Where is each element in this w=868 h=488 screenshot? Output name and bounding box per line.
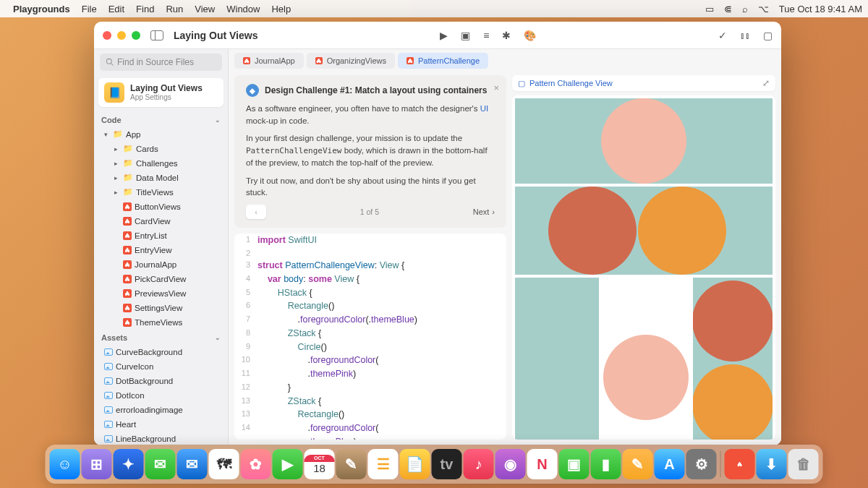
- dock-app[interactable]: 📄: [400, 449, 430, 479]
- dock-app[interactable]: ⬇: [757, 449, 787, 479]
- search-input[interactable]: Find in Source Files: [100, 53, 222, 71]
- dock-app[interactable]: ✎: [623, 449, 653, 479]
- preview-circle: [693, 281, 773, 361]
- star-icon[interactable]: ✱: [502, 30, 511, 41]
- window-titlebar: Laying Out Views ▶ ▣ ≡ ✱ 🎨 ✓ ⫾⫾ ▢: [94, 22, 781, 49]
- tree-swift-file[interactable]: EntryList: [97, 228, 225, 243]
- ui-link[interactable]: UI: [480, 104, 489, 113]
- dock-app[interactable]: ⚙: [686, 449, 717, 479]
- tree-swift-file[interactable]: EntryView: [97, 243, 225, 257]
- dock-app[interactable]: ▣: [559, 449, 590, 479]
- dock-app[interactable]: ⊞: [82, 449, 112, 479]
- dock-app[interactable]: ☺: [50, 449, 80, 479]
- dock-app[interactable]: ✉: [177, 449, 208, 479]
- tree-folder[interactable]: ▸📁Cards: [97, 142, 225, 156]
- library-icon[interactable]: ▢: [763, 30, 773, 41]
- dock-app[interactable]: [725, 449, 755, 479]
- dock-app[interactable]: ✎: [336, 449, 367, 479]
- expand-icon[interactable]: ⤢: [762, 78, 770, 88]
- tab-patternchallenge[interactable]: PatternChallenge: [398, 53, 488, 69]
- code-editor[interactable]: 1import SwiftUI23struct PatternChallenge…: [234, 234, 506, 440]
- challenge-card: × ◆ Design Challenge #1: Match a layout …: [234, 75, 506, 228]
- dock-app[interactable]: ▶: [273, 449, 303, 479]
- svg-line-1: [111, 64, 114, 66]
- preview-icon: ▢: [518, 79, 525, 88]
- dock-app[interactable]: ✉: [145, 449, 176, 479]
- next-button[interactable]: Next ›: [473, 207, 495, 216]
- page-indicator: 1 of 5: [360, 207, 379, 216]
- tree-asset[interactable]: Heart: [97, 417, 225, 432]
- close-button[interactable]: [103, 31, 111, 40]
- preview-shape: [602, 278, 690, 440]
- dock-app[interactable]: N: [527, 449, 558, 479]
- palette-icon[interactable]: 🎨: [524, 30, 536, 41]
- search-icon: [106, 58, 114, 66]
- code-section-header[interactable]: Code⌄: [94, 110, 228, 127]
- tree-folder[interactable]: ▸📁Data Model: [97, 171, 225, 185]
- checkmark-icon[interactable]: ✓: [718, 30, 727, 41]
- tree-folder[interactable]: ▸📁TitleViews: [97, 185, 225, 200]
- settings-lines-icon[interactable]: ≡: [483, 30, 489, 41]
- menu-run[interactable]: Run: [166, 4, 183, 14]
- menu-find[interactable]: Find: [136, 4, 154, 14]
- dock-app[interactable]: ◉: [495, 449, 526, 479]
- dock-app[interactable]: 🗺: [209, 449, 239, 479]
- tree-asset[interactable]: CurveIcon: [97, 359, 225, 374]
- project-selector[interactable]: 📘 Laying Out Views App Settings: [98, 78, 224, 107]
- dock-app[interactable]: tv: [432, 449, 462, 479]
- menu-window[interactable]: Window: [226, 4, 260, 14]
- control-center-icon[interactable]: ⌥: [758, 4, 769, 14]
- dock-app[interactable]: 🗑: [788, 449, 819, 479]
- tab-organizingviews[interactable]: OrganizingViews: [307, 53, 395, 69]
- swift-icon: [123, 304, 132, 312]
- project-icon: 📘: [104, 82, 124, 103]
- dock-app[interactable]: A: [655, 449, 685, 479]
- assets-section-header[interactable]: Assets⌄: [94, 328, 228, 345]
- stop-icon[interactable]: ▣: [461, 30, 470, 41]
- tab-journalapp[interactable]: JournalApp: [234, 53, 304, 69]
- svg-point-0: [106, 59, 111, 64]
- maximize-button[interactable]: [132, 31, 140, 40]
- tree-swift-file[interactable]: JournalApp: [97, 257, 225, 272]
- menu-edit[interactable]: Edit: [109, 4, 124, 14]
- tree-swift-file[interactable]: CardView: [97, 214, 225, 228]
- tree-asset[interactable]: DotIcon: [97, 388, 225, 403]
- dock-app[interactable]: ☰: [368, 449, 399, 479]
- tree-asset[interactable]: LineBackground: [97, 432, 225, 445]
- wifi-icon[interactable]: ⋐: [724, 4, 732, 14]
- menu-file[interactable]: File: [82, 4, 97, 14]
- image-icon: [104, 377, 113, 385]
- metrics-icon[interactable]: ⫾⫾: [740, 30, 750, 41]
- tree-asset[interactable]: errorloadingimage: [97, 403, 225, 417]
- spotlight-icon[interactable]: ⌕: [742, 4, 748, 14]
- tree-asset[interactable]: CurveBackground: [97, 345, 225, 359]
- menubar-clock[interactable]: Tue Oct 18 9:41 AM: [779, 4, 862, 14]
- dock-app[interactable]: ✦: [114, 449, 144, 479]
- menu-view[interactable]: View: [195, 4, 215, 14]
- close-icon[interactable]: ×: [493, 82, 499, 93]
- dock-app[interactable]: ✿: [241, 449, 271, 479]
- dock-app[interactable]: ▮: [591, 449, 621, 479]
- tree-swift-file[interactable]: SettingsView: [97, 301, 225, 315]
- preview-title: Pattern Challenge View: [529, 79, 613, 87]
- swift-icon: [123, 217, 132, 226]
- tree-folder-app[interactable]: ▾📁App: [97, 127, 225, 142]
- tree-swift-file[interactable]: PreviewsView: [97, 286, 225, 301]
- challenge-body: As a software engineer, you often have t…: [246, 103, 495, 199]
- prev-button[interactable]: ‹: [246, 205, 266, 219]
- menu-help[interactable]: Help: [271, 4, 291, 14]
- run-icon[interactable]: ▶: [440, 30, 448, 41]
- preview-shape: [515, 98, 773, 184]
- tree-swift-file[interactable]: ButtonViews: [97, 200, 225, 214]
- battery-icon[interactable]: ▭: [705, 4, 714, 14]
- app-menu[interactable]: Playgrounds: [13, 4, 70, 14]
- tree-swift-file[interactable]: ThemeViews: [97, 315, 225, 328]
- preview-shape: [515, 187, 773, 275]
- minimize-button[interactable]: [117, 31, 126, 40]
- sidebar-toggle-icon[interactable]: [150, 30, 163, 40]
- tree-folder[interactable]: ▸📁Challenges: [97, 156, 225, 171]
- tree-asset[interactable]: DotBackground: [97, 374, 225, 388]
- dock-app[interactable]: OCT18: [305, 449, 335, 479]
- tree-swift-file[interactable]: PickCardView: [97, 272, 225, 286]
- dock-app[interactable]: ♪: [464, 449, 494, 479]
